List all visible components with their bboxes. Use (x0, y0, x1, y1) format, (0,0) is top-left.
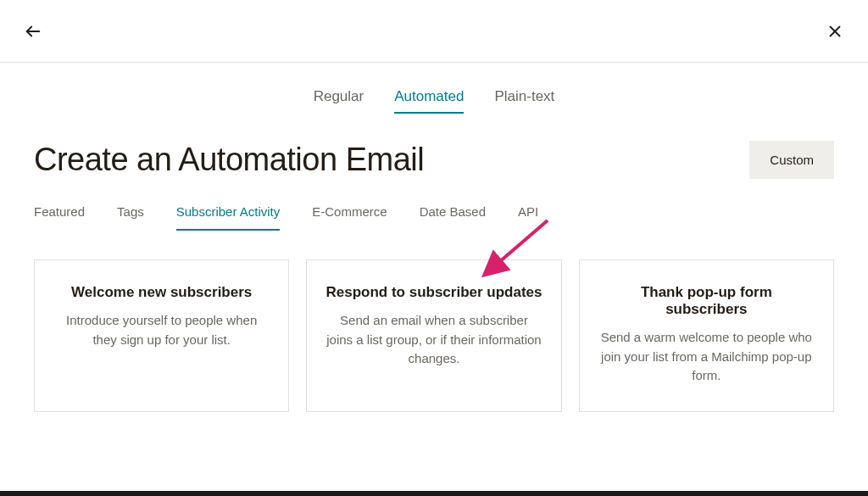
close-icon (826, 22, 844, 41)
card-welcome-subscribers[interactable]: Welcome new subscribers Introduce yourse… (34, 259, 289, 412)
card-title: Respond to subscriber updates (326, 284, 542, 301)
custom-button[interactable]: Custom (749, 141, 834, 179)
card-description: Introduce yourself to people when they s… (53, 311, 270, 349)
tab-plain-text[interactable]: Plain-text (494, 88, 554, 114)
automation-category-tabs: Featured Tags Subscriber Activity E-Comm… (34, 204, 834, 231)
tab-regular[interactable]: Regular (314, 88, 364, 114)
automation-cards: Welcome new subscribers Introduce yourse… (34, 259, 834, 412)
card-description: Send an email when a subscriber joins a … (326, 311, 542, 369)
arrow-left-icon (24, 22, 42, 41)
page-title: Create an Automation Email (34, 142, 424, 178)
campaign-type-tabs: Regular Automated Plain-text (0, 63, 868, 129)
card-description: Send a warm welcome to people who join y… (598, 328, 815, 386)
close-button[interactable] (826, 22, 844, 41)
title-row: Create an Automation Email Custom (34, 141, 834, 179)
subtab-subscriber-activity[interactable]: Subscriber Activity (176, 204, 281, 231)
subtab-api[interactable]: API (518, 204, 538, 231)
subtab-tags[interactable]: Tags (117, 204, 144, 231)
subtab-ecommerce[interactable]: E-Commerce (312, 204, 387, 231)
subtab-featured[interactable]: Featured (34, 204, 85, 231)
card-respond-updates[interactable]: Respond to subscriber updates Send an em… (306, 259, 561, 412)
card-title: Thank pop-up form subscribers (598, 284, 815, 318)
card-thank-popup[interactable]: Thank pop-up form subscribers Send a war… (579, 259, 834, 412)
subtab-date-based[interactable]: Date Based (420, 204, 486, 231)
back-button[interactable] (24, 22, 42, 41)
bottom-bar (0, 491, 868, 496)
tab-automated[interactable]: Automated (394, 88, 464, 114)
main-content: Create an Automation Email Custom Featur… (0, 129, 868, 412)
header-bar (0, 0, 868, 63)
card-title: Welcome new subscribers (53, 284, 270, 301)
